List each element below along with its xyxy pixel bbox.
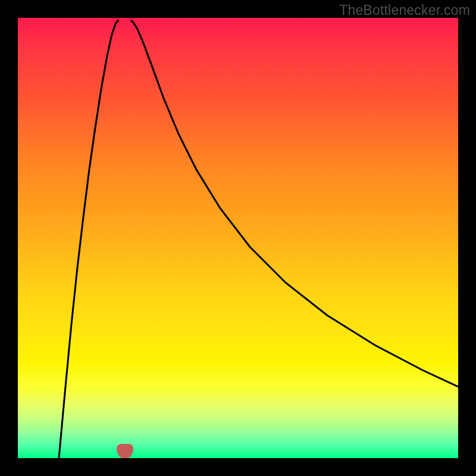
bottleneck-curve [18, 18, 458, 458]
plot-area [18, 18, 458, 458]
curve-right-branch [131, 20, 458, 387]
minimum-marker [117, 444, 133, 458]
curve-left-branch [59, 20, 119, 458]
attribution-label: TheBottlenecker.com [339, 2, 470, 18]
